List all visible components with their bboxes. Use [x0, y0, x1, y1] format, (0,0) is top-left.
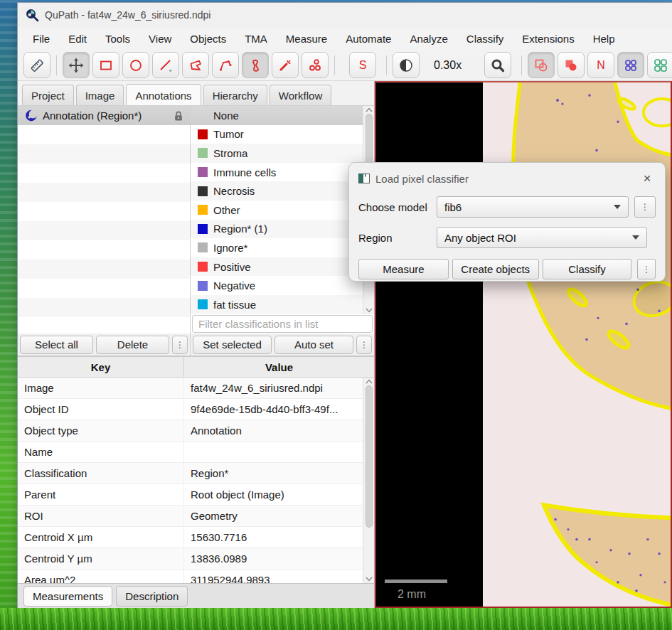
table-scrollbar[interactable]	[363, 378, 374, 583]
menu-file[interactable]: File	[23, 27, 59, 50]
set-selected-button[interactable]: Set selected	[193, 336, 272, 354]
brush-tool-button[interactable]	[242, 52, 269, 78]
load-pixel-classifier-dialog[interactable]: Load pixel classifier × Choose model fib…	[348, 162, 666, 282]
annotation-more-button[interactable]: ⋮	[172, 336, 188, 354]
classification-item-tumor[interactable]: Tumor	[191, 125, 363, 144]
annotation-item-selected[interactable]: Annotation (Region*)	[18, 106, 190, 125]
toolbar-separator	[521, 55, 522, 75]
tab-hierarchy[interactable]: Hierarchy	[203, 85, 267, 105]
menu-view[interactable]: View	[139, 27, 181, 50]
classification-item-region[interactable]: Region* (1)	[191, 220, 363, 239]
classification-more-button[interactable]: ⋮	[356, 336, 372, 354]
toolbar: S 0.30x	[18, 50, 672, 81]
wand-tool-button[interactable]	[272, 52, 299, 78]
tab-description[interactable]: Description	[116, 586, 188, 607]
brightness-contrast-button[interactable]	[393, 52, 420, 78]
annotations-outline-icon	[533, 58, 549, 73]
dialog-title-bar[interactable]: Load pixel classifier ×	[358, 170, 656, 187]
menu-edit[interactable]: Edit	[59, 27, 96, 50]
menu-objects[interactable]: Objects	[181, 27, 235, 50]
classification-item-stroma[interactable]: Stroma	[191, 144, 363, 163]
window-title: QuPath - fat4w_24w_6_siriusred.ndpi	[45, 9, 210, 21]
classification-panel: None Tumor Stroma	[191, 106, 374, 356]
chevron-down-icon	[614, 205, 621, 209]
column-header-key[interactable]: Key	[18, 357, 184, 377]
classify-button[interactable]: Classify	[543, 259, 632, 279]
scroll-down-icon[interactable]	[366, 577, 373, 582]
points-tool-button[interactable]	[302, 52, 329, 78]
measure-button[interactable]: Measure	[358, 259, 449, 279]
menu-tma[interactable]: TMA	[235, 27, 277, 50]
rectangle-tool-button[interactable]	[92, 52, 119, 78]
close-icon[interactable]: ×	[639, 171, 656, 186]
menu-classify[interactable]: Classify	[457, 27, 513, 50]
zoom-to-fit-button[interactable]	[484, 52, 511, 78]
magnification-value[interactable]: 0.30x	[434, 59, 462, 72]
menu-measure[interactable]: Measure	[277, 27, 336, 50]
region-row: Region Any object ROI	[358, 227, 656, 248]
region-select[interactable]: Any object ROI	[437, 227, 647, 248]
chevron-down-icon	[632, 235, 639, 240]
tab-project[interactable]: Project	[22, 85, 74, 105]
class-color-swatch	[198, 205, 208, 215]
scroll-thumb[interactable]	[366, 385, 373, 528]
tab-annotations[interactable]: Annotations	[126, 84, 201, 105]
menu-automate[interactable]: Automate	[336, 27, 400, 50]
polygon-tool-button[interactable]	[182, 52, 209, 78]
table-row: ParentRoot object (Image)	[18, 484, 374, 506]
classification-item-fat-tissue[interactable]: fat tissue	[191, 295, 363, 314]
toolbar-separator	[386, 55, 387, 75]
scroll-down-icon[interactable]	[366, 308, 373, 313]
annotation-empty-row	[18, 279, 190, 298]
slide-overview-button[interactable]	[23, 52, 50, 78]
annotation-empty-row	[18, 260, 190, 279]
menu-analyze[interactable]: Analyze	[400, 27, 457, 50]
dialog-more-button[interactable]: ⋮	[637, 259, 656, 279]
fill-annotations-button[interactable]	[558, 52, 585, 78]
main-content: Project Image Annotations Hierarchy Work…	[18, 81, 672, 608]
move-tool-button[interactable]	[63, 52, 90, 78]
tab-measurements[interactable]: Measurements	[23, 586, 112, 607]
measurement-table-icon	[653, 58, 668, 73]
title-bar[interactable]: QuPath - fat4w_24w_6_siriusred.ndpi	[18, 3, 672, 27]
model-select[interactable]: fib6	[437, 196, 629, 218]
column-header-value[interactable]: Value	[184, 357, 374, 377]
toolbar-separator	[334, 55, 335, 75]
menu-help[interactable]: Help	[584, 27, 624, 50]
tab-workflow[interactable]: Workflow	[270, 85, 331, 105]
lock-icon[interactable]	[173, 110, 184, 122]
classification-item-other[interactable]: Other	[191, 201, 363, 220]
classification-item-none[interactable]: None	[191, 106, 363, 125]
bottom-tab-bar: Measurements Description	[18, 583, 374, 608]
polyline-tool-button[interactable]	[212, 52, 239, 78]
line-tool-button[interactable]	[152, 52, 179, 78]
show-detections-button[interactable]	[617, 52, 644, 78]
classification-item-immune-cells[interactable]: Immune cells	[191, 163, 363, 182]
model-more-button[interactable]: ⋮	[634, 196, 656, 218]
table-row: Object typeAnnotation	[18, 420, 374, 442]
table-row: ROIGeometry	[18, 506, 374, 527]
classification-item-ignore[interactable]: Ignore*	[191, 238, 363, 257]
choose-model-label: Choose model	[358, 201, 437, 213]
auto-set-button[interactable]: Auto set	[274, 336, 353, 354]
scroll-up-icon[interactable]	[366, 107, 373, 112]
delete-button[interactable]: Delete	[96, 336, 169, 354]
show-names-button[interactable]: N	[587, 52, 614, 78]
classification-item-necrosis[interactable]: Necrosis	[191, 181, 363, 201]
show-measurement-maps-button[interactable]	[647, 52, 672, 78]
classification-item-negative[interactable]: Negative	[191, 276, 363, 295]
menu-extensions[interactable]: Extensions	[513, 27, 583, 50]
tab-image[interactable]: Image	[76, 85, 124, 105]
menu-tools[interactable]: Tools	[96, 27, 139, 50]
names-icon: N	[597, 59, 605, 72]
polyline-icon	[218, 58, 233, 73]
create-objects-button[interactable]: Create objects	[452, 259, 539, 279]
image-viewer[interactable]: 2 mm	[375, 81, 672, 608]
scroll-up-icon[interactable]	[366, 379, 373, 384]
select-all-button[interactable]: Select all	[20, 336, 93, 354]
show-annotations-button[interactable]	[528, 52, 555, 78]
classification-item-positive[interactable]: Positive	[191, 257, 363, 277]
filter-classifications-input[interactable]	[192, 315, 373, 333]
selection-mode-button[interactable]: S	[349, 52, 376, 78]
ellipse-tool-button[interactable]	[122, 52, 149, 78]
